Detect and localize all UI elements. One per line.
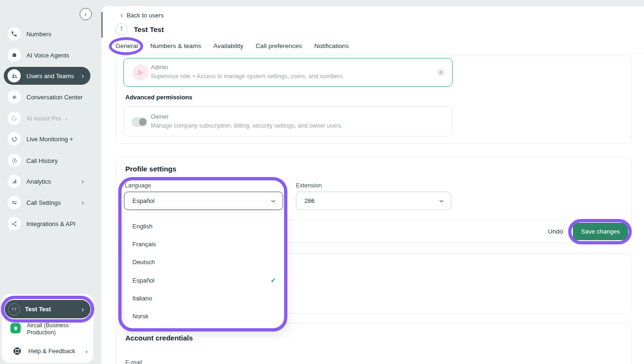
- chevron-right-icon: ›: [82, 72, 84, 80]
- extension-value: 286: [304, 197, 315, 204]
- tab-call-preferences[interactable]: Call preferences: [256, 42, 302, 49]
- sidebar-item-call-history[interactable]: Call History: [4, 152, 90, 170]
- sidebar-item-ai-assist-pro[interactable]: AI Assist Pro ›: [4, 109, 90, 127]
- option-label: Norsk: [132, 313, 148, 320]
- option-label: Deutsch: [132, 259, 155, 266]
- workspace-switcher[interactable]: Aircall (Business Production): [10, 322, 82, 336]
- language-option-italiano[interactable]: Italiano: [124, 289, 285, 307]
- app-window: ‹ Numbers AI Voice Agents Users and Team…: [0, 0, 644, 364]
- language-label: Language: [125, 182, 151, 189]
- sidebar-item-users-and-teams[interactable]: Users and Teams ›: [4, 67, 90, 85]
- tab-numbers-teams[interactable]: Numbers & teams: [150, 42, 201, 49]
- save-changes-button[interactable]: Save changes: [573, 223, 628, 240]
- sidebar-item-label: Call Settings: [26, 199, 61, 206]
- account-menu-button[interactable]: TT Test Test ›: [5, 300, 90, 318]
- sidebar-item-label: Live Monitoring +: [26, 136, 73, 143]
- owner-toggle[interactable]: [131, 117, 147, 127]
- sidebar-item-label: Conversation Center: [26, 94, 82, 101]
- user-avatar: T: [115, 23, 128, 35]
- role-section-card: Admin Supervisor role + Access to manage…: [115, 56, 632, 144]
- tab-availability[interactable]: Availability: [213, 42, 244, 49]
- option-label: Français: [132, 241, 156, 248]
- extension-select[interactable]: 286: [296, 192, 451, 210]
- share-nodes-icon: [8, 217, 21, 230]
- scrollbar-thumb[interactable]: [101, 12, 103, 38]
- chevron-down-icon: [270, 198, 277, 204]
- sidebar-collapse-button[interactable]: ‹: [80, 8, 92, 20]
- role-title: Admin: [151, 64, 168, 71]
- tab-general[interactable]: General: [115, 42, 138, 49]
- phone-icon: [8, 27, 21, 40]
- option-label: Español: [132, 277, 155, 284]
- chevron-right-icon: ›: [82, 306, 84, 313]
- sidebar: ‹ Numbers AI Voice Agents Users and Team…: [0, 0, 101, 364]
- chevron-down-icon: [438, 198, 445, 204]
- chevron-left-icon: ‹: [85, 11, 87, 18]
- tab-notifications[interactable]: Notifications: [314, 42, 349, 49]
- sidebar-item-ai-voice-agents[interactable]: AI Voice Agents: [4, 46, 90, 64]
- chevron-right-icon: ›: [82, 178, 84, 185]
- soundwave-icon: [8, 90, 21, 104]
- back-to-users-link[interactable]: ‹ Back to users: [121, 11, 163, 19]
- option-label: Italiano: [132, 295, 152, 302]
- check-icon: ✓: [270, 276, 276, 284]
- sidebar-item-live-monitoring[interactable]: Live Monitoring +: [4, 130, 90, 148]
- undo-button[interactable]: Undo: [548, 228, 563, 235]
- gauge-icon: [8, 132, 21, 146]
- chevron-right-icon: ›: [65, 115, 67, 122]
- sidebar-item-conversation-center[interactable]: Conversation Center: [4, 88, 90, 106]
- tab-bar-divider: [101, 54, 644, 54]
- account-name: Test Test: [25, 306, 51, 313]
- extension-label: Extension: [296, 182, 322, 189]
- language-option-norsk[interactable]: Norsk: [124, 307, 285, 325]
- sliders-icon: [8, 196, 21, 209]
- option-label: English: [132, 223, 153, 230]
- voice-agent-icon: [8, 49, 21, 62]
- chevron-left-icon: ‹: [121, 11, 123, 19]
- profile-settings-title: Profile settings: [125, 165, 176, 173]
- sidebar-account-card: TT Test Test › Aircall (Business Product…: [2, 294, 93, 363]
- language-value: Español: [132, 197, 155, 204]
- help-feedback-label: Help & Feedback: [28, 348, 75, 355]
- email-label: E-mail: [125, 359, 142, 364]
- owner-title: Owner: [151, 113, 169, 120]
- language-dropdown-menu: English Français Deutsch Español ✓ Itali…: [123, 212, 286, 329]
- chevron-right-icon: ›: [82, 199, 84, 206]
- ai-sparkle-icon: [8, 112, 21, 125]
- account-credentials-card: Account credentials E-mail: [115, 323, 632, 364]
- clock-history-icon: [8, 154, 21, 167]
- chevron-right-icon: ›: [85, 348, 88, 355]
- sidebar-item-label: Analytics: [26, 178, 51, 185]
- sidebar-item-label: Numbers: [26, 31, 51, 38]
- aircall-logo-icon: [10, 323, 21, 333]
- sidebar-item-analytics[interactable]: Analytics ›: [4, 172, 90, 190]
- sidebar-item-label: Integrations & API: [26, 220, 75, 227]
- admin-role-icon: [132, 65, 148, 81]
- sidebar-item-label: Call History: [26, 157, 57, 164]
- language-option-francais[interactable]: Français: [124, 235, 285, 253]
- bar-chart-icon: [8, 175, 21, 188]
- sidebar-item-integrations-api[interactable]: Integrations & API: [4, 215, 90, 233]
- tab-bar: General Numbers & teams Availability Cal…: [115, 42, 349, 49]
- back-to-users-label: Back to users: [127, 12, 164, 19]
- toggle-knob: [139, 118, 147, 126]
- advanced-permissions-label: Advanced permissions: [125, 94, 192, 101]
- sidebar-item-numbers[interactable]: Numbers: [4, 25, 90, 43]
- language-select[interactable]: Español: [124, 192, 283, 210]
- avatar: TT: [8, 303, 20, 315]
- admin-radio-button[interactable]: [437, 69, 445, 76]
- lifebuoy-icon: [12, 346, 22, 356]
- language-option-espanol[interactable]: Español ✓: [124, 271, 285, 289]
- role-option-admin[interactable]: Admin Supervisor role + Access to manage…: [123, 58, 453, 87]
- language-option-deutsch[interactable]: Deutsch: [124, 253, 285, 271]
- account-credentials-title: Account credentials: [125, 334, 193, 342]
- help-feedback-button[interactable]: Help & Feedback ›: [12, 346, 88, 356]
- workspace-name: Aircall (Business Production): [27, 322, 82, 336]
- language-option-english[interactable]: English: [124, 217, 285, 235]
- sidebar-item-call-settings[interactable]: Call Settings ›: [4, 194, 90, 211]
- role-option-owner: Owner Manage company subscription, billi…: [123, 106, 453, 137]
- sidebar-item-label: AI Voice Agents: [26, 52, 69, 59]
- radio-dot: [439, 71, 443, 74]
- page-title: Test Test: [134, 25, 164, 33]
- sidebar-item-label: AI Assist Pro: [26, 115, 61, 122]
